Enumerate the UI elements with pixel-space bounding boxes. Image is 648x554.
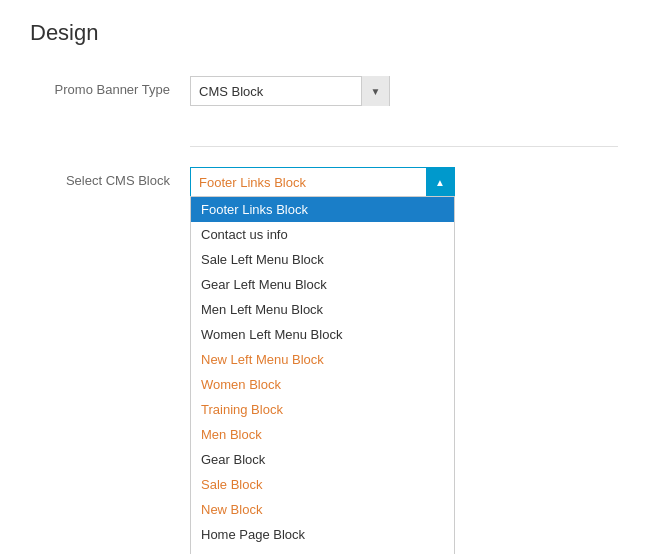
cms-block-arrow-icon[interactable]: ▲ — [426, 167, 454, 197]
promo-banner-select[interactable]: CMS Block ▼ — [190, 76, 390, 106]
promo-banner-row: Promo Banner Type CMS Block ▼ — [30, 76, 618, 126]
cms-block-value: Footer Links Block — [191, 175, 426, 190]
dropdown-item-men-block[interactable]: Men Block — [191, 422, 454, 447]
page-title: Design — [30, 20, 618, 46]
section-divider — [190, 146, 618, 147]
dropdown-item-gear-left-menu-block[interactable]: Gear Left Menu Block — [191, 272, 454, 297]
dropdown-item-training-block[interactable]: Training Block — [191, 397, 454, 422]
dropdown-item-footer-links-block[interactable]: Footer Links Block — [191, 197, 454, 222]
select-cms-row: Select CMS Block Footer Links Block ▲ Fo… — [30, 167, 618, 217]
promo-banner-control: CMS Block ▼ — [190, 76, 618, 106]
page-container: Design Promo Banner Type CMS Block ▼ Sel… — [0, 0, 648, 257]
form-section: Promo Banner Type CMS Block ▼ Select CMS… — [30, 76, 618, 217]
dropdown-item-new-left-menu-block[interactable]: New Left Menu Block — [191, 347, 454, 372]
select-cms-label: Select CMS Block — [30, 167, 190, 188]
dropdown-item-women-block[interactable]: Women Block — [191, 372, 454, 397]
dropdown-item-men-left-menu-block[interactable]: Men Left Menu Block — [191, 297, 454, 322]
dropdown-item-gear-block[interactable]: Gear Block — [191, 447, 454, 472]
promo-banner-arrow-icon[interactable]: ▼ — [361, 76, 389, 106]
cms-block-control: Footer Links Block ▲ Footer Links BlockC… — [190, 167, 618, 197]
dropdown-item-contact-us-info[interactable]: Contact us info — [191, 222, 454, 247]
dropdown-item-new-block[interactable]: New Block — [191, 497, 454, 522]
dropdown-item-women-left-menu-block[interactable]: Women Left Menu Block — [191, 322, 454, 347]
dropdown-item-sale-left-menu-block[interactable]: Sale Left Menu Block — [191, 247, 454, 272]
dropdown-item-home-page-block[interactable]: Home Page Block — [191, 522, 454, 547]
dropdown-item-performance-fabrics-block[interactable]: Performance Fabrics Block — [191, 547, 454, 554]
dropdown-item-sale-block[interactable]: Sale Block — [191, 472, 454, 497]
cms-block-dropdown: Footer Links BlockContact us infoSale Le… — [190, 196, 455, 554]
promo-banner-label: Promo Banner Type — [30, 76, 190, 97]
promo-banner-value: CMS Block — [191, 84, 361, 99]
cms-block-select[interactable]: Footer Links Block ▲ — [190, 167, 455, 197]
